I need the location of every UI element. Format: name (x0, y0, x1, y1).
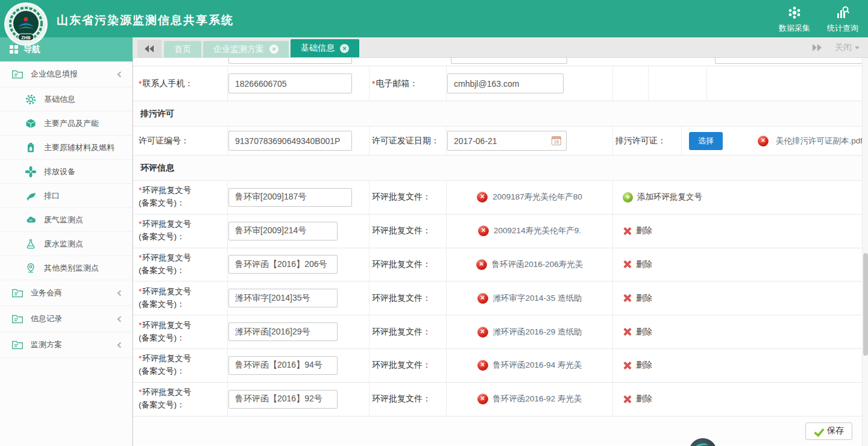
close-tab-icon[interactable]: × (340, 44, 349, 53)
tab-basic-info[interactable]: 基础信息 × (291, 39, 359, 57)
sidebar-item-emission-equipment[interactable]: 排放设备 (0, 160, 132, 184)
calendar-icon[interactable] (552, 136, 561, 145)
eia-row: *环评批复文号 (备案文号)： 环评批复文件： × 鲁环评函2016-206寿光… (133, 248, 868, 282)
save-button[interactable]: 保存 (805, 422, 852, 440)
stats-search-icon (827, 4, 858, 21)
phone-label: * 联系人手机： (136, 66, 228, 101)
eia-doc-no-input[interactable] (228, 356, 338, 375)
double-right-arrow-icon[interactable] (812, 44, 822, 51)
delete-icon[interactable] (623, 294, 632, 303)
eia-file-link[interactable]: 2009214寿光美伦年产9. (494, 225, 581, 236)
required-asterisk: * (139, 253, 142, 262)
remove-file-icon[interactable]: × (477, 360, 488, 371)
delete-icon[interactable] (623, 260, 632, 269)
add-icon[interactable]: + (623, 192, 633, 203)
remove-file-icon[interactable]: × (478, 225, 489, 236)
chevron-left-icon (118, 290, 124, 296)
tab-basic-info-label: 基础信息 (301, 43, 335, 54)
delete-icon[interactable] (623, 327, 632, 336)
eia-file-link[interactable]: 潍环审字2014-35 造纸助 (493, 293, 582, 304)
sidebar-item-label: 基础信息 (44, 94, 75, 105)
eia-doc-no-input[interactable] (228, 322, 338, 341)
delete-icon[interactable] (623, 361, 632, 370)
chevron-left-icon (118, 342, 124, 348)
issue-date-value: 2017-06-21 (454, 136, 497, 146)
remove-file-icon[interactable]: × (477, 192, 488, 203)
delete-eia-row-link[interactable]: 删除 (636, 327, 652, 338)
delete-icon[interactable] (623, 395, 632, 404)
eia-file-label: 环评批复文件： (370, 248, 447, 281)
remove-file-icon[interactable]: × (476, 259, 487, 270)
permit-file-link[interactable]: 美伦排污许可证副本.pdf (776, 136, 863, 146)
delete-eia-row-link[interactable]: 删除 (636, 360, 652, 371)
delete-eia-row-link[interactable]: 删除 (636, 225, 652, 236)
sidebar-group-info-records[interactable]: 信息记录 (0, 306, 132, 332)
sidebar-group-monitoring-plan[interactable]: 监测方案 (0, 332, 132, 358)
close-tab-icon[interactable]: × (269, 45, 278, 54)
eia-file-label: 环评批复文件： (370, 315, 447, 348)
eia-doc-no-input[interactable] (228, 255, 338, 274)
sidebar-item-waste-water-points[interactable]: 废水监测点 (0, 232, 132, 256)
tab-enterprise-monitoring-plan-label: 企业监测方案 (213, 44, 264, 55)
remove-file-icon[interactable]: × (477, 394, 488, 404)
close-menu-label: 关闭 (835, 42, 852, 53)
tabs: 首页 企业监测方案 × 基础信息 × (164, 39, 359, 57)
eia-file-link[interactable]: 鲁环评函2016-206寿光美 (492, 259, 583, 270)
eia-row: *环评批复文号 (备案文号)： 环评批复文件： × 2009187寿光美伦年产8… (133, 181, 868, 215)
close-menu-button[interactable]: 关闭 (835, 42, 860, 53)
statistics-query-button[interactable]: 统计查询 (827, 4, 858, 34)
required-asterisk: * (139, 186, 142, 195)
sidebar-item-label: 废气监测点 (44, 215, 83, 225)
contact-row: * 联系人手机： * 电子邮箱： (133, 66, 868, 101)
tab-enterprise-monitoring-plan[interactable]: 企业监测方案 × (203, 41, 289, 57)
tabs-scroll-left-button[interactable] (137, 40, 162, 57)
statistics-query-label: 统计查询 (827, 24, 858, 33)
tab-home[interactable]: 首页 (164, 41, 201, 57)
eia-file-link[interactable]: 2009187寿光美伦年产80 (492, 192, 582, 203)
eia-doc-no-input[interactable] (228, 188, 352, 207)
location-pin-icon (24, 262, 37, 275)
sidebar-item-other-monitoring-points[interactable]: 其他类别监测点 (0, 256, 132, 280)
eia-row: *环评批复文号 (备案文号)： 环评批复文件： × 潍环审字2014-35 造纸… (133, 281, 868, 315)
sidebar-group-label: 企业信息填报 (31, 69, 78, 80)
remove-file-icon[interactable]: × (477, 327, 488, 338)
phone-input[interactable] (228, 74, 352, 93)
license-no-input[interactable] (228, 131, 352, 151)
sidebar-group-business-consultation[interactable]: 业务会商 (0, 280, 132, 306)
eia-file-label: 环评批复文件： (370, 281, 447, 315)
sidebar-item-raw-materials-fuel[interactable]: 主要原辅材料及燃料 (0, 136, 132, 160)
eia-file-link[interactable]: 潍环评函2016-29 造纸助 (493, 327, 582, 338)
scrollbar-thumb[interactable] (863, 253, 868, 356)
choose-file-button[interactable]: 选择 (689, 132, 723, 150)
issue-date-label: 许可证发证日期： (370, 127, 447, 155)
save-button-label: 保存 (827, 426, 844, 436)
sidebar-group-enterprise-info[interactable]: 企业信息填报 (0, 61, 132, 87)
required-asterisk: * (139, 79, 142, 89)
caret-down-icon (855, 46, 860, 49)
eia-doc-no-input[interactable] (228, 289, 338, 307)
eia-file-link[interactable]: 鲁环评函2016-94 寿光美 (493, 360, 582, 371)
email-input[interactable] (447, 74, 564, 93)
issue-date-input[interactable]: 2017-06-21 (447, 131, 567, 151)
permit-row: 许可证编号： 许可证发证日期： 2017-06-21 排污许可证： 选择 × 美… (133, 127, 868, 155)
delete-eia-row-link[interactable]: 删除 (636, 394, 652, 404)
scrolled-partial-row (133, 58, 868, 66)
sidebar-item-waste-gas-points[interactable]: co 废气监测点 (0, 208, 132, 232)
required-asterisk: * (372, 79, 375, 89)
delete-icon[interactable] (623, 227, 632, 236)
sidebar-item-outlet[interactable]: 排口 (0, 184, 132, 208)
data-collection-button[interactable]: 数据采集 (779, 4, 810, 34)
delete-eia-row-link[interactable]: 删除 (636, 259, 652, 270)
vertical-scrollbar[interactable] (862, 58, 868, 446)
remove-file-icon[interactable]: × (477, 293, 488, 304)
remove-file-icon[interactable]: × (758, 136, 769, 146)
chevron-left-icon (118, 71, 124, 77)
sidebar-item-basic-info[interactable]: 基础信息 (0, 87, 132, 111)
sidebar-item-main-products[interactable]: 主要产品及产能 (0, 111, 132, 136)
eia-file-link[interactable]: 鲁环评函2016-92 寿光美 (493, 394, 582, 404)
delete-eia-row-link[interactable]: 删除 (636, 293, 652, 304)
gas-cloud-icon: co (24, 213, 37, 227)
add-eia-doc-link[interactable]: 添加环评批复文号 (637, 192, 702, 203)
eia-doc-no-input[interactable] (228, 390, 338, 409)
eia-doc-no-input[interactable] (228, 222, 338, 240)
